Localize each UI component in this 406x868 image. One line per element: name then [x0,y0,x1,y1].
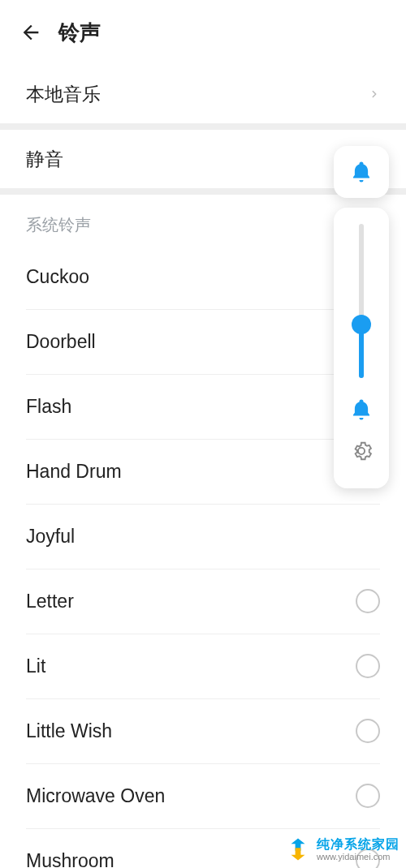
ringtone-label: Little Wish [26,720,112,742]
ringtone-item[interactable]: Letter [0,569,406,634]
volume-ring-button[interactable] [349,397,374,425]
bell-icon [349,397,374,422]
radio-unchecked[interactable] [356,589,380,613]
local-music-row[interactable]: 本地音乐 [0,65,406,123]
ringtone-label: Cuckoo [26,266,89,288]
ringtone-label: Hand Drum [26,461,122,483]
silent-label: 静音 [26,147,63,172]
volume-mode-card[interactable] [334,146,389,198]
volume-slider[interactable] [359,224,364,378]
ringtone-label: Mushroom [26,850,114,869]
radio-unchecked[interactable] [356,784,380,808]
volume-settings-button[interactable] [350,440,373,466]
watermark-url: www.yidaimei.com [317,852,400,862]
ringtone-item[interactable]: Little Wish [0,698,406,763]
radio-unchecked[interactable] [356,654,380,678]
page-title: 铃声 [58,19,101,47]
volume-slider-card [334,208,389,488]
ringtone-item[interactable]: Microwave Oven [0,763,406,828]
chevron-right-icon [369,88,380,100]
watermark-logo-icon [284,836,312,863]
ringtone-item[interactable]: Joyful [0,504,406,569]
back-button[interactable] [19,21,42,44]
bell-icon [349,160,374,184]
ringtone-label: Letter [26,591,74,612]
ringtone-item[interactable]: Lit [0,634,406,698]
local-music-label: 本地音乐 [26,82,101,107]
watermark-title: 纯净系统家园 [317,837,400,852]
ringtone-label: Microwave Oven [26,785,165,807]
ringtone-label: Lit [26,655,45,677]
ringtone-label: Flash [26,396,71,418]
ringtone-label: Doorbell [26,331,96,353]
arrow-left-icon [19,21,42,44]
volume-slider-thumb[interactable] [352,315,371,334]
header: 铃声 [0,0,406,65]
radio-unchecked[interactable] [356,719,380,743]
page-root: 铃声 本地音乐 静音 系统铃声 CuckooDoorbellFlashHand … [0,0,406,868]
watermark: 纯净系统家园 www.yidaimei.com [278,831,406,868]
ringtone-label: Joyful [26,526,75,548]
gear-icon [350,440,373,462]
divider [0,123,406,130]
volume-panel [333,146,390,488]
